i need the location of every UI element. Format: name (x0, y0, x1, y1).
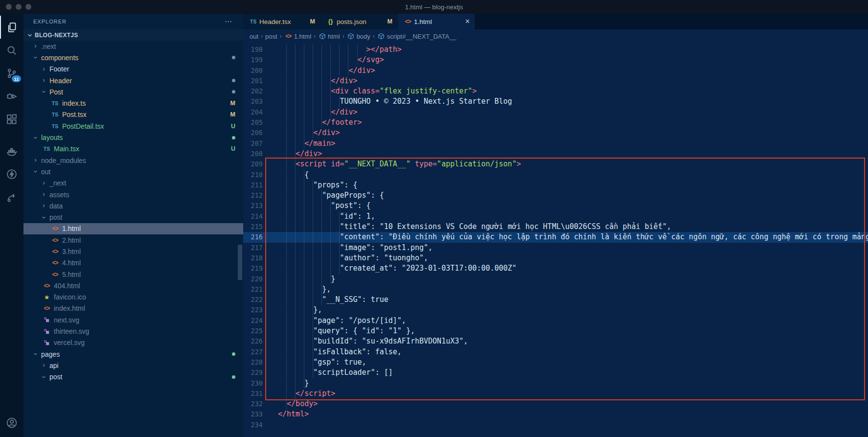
chevron-right-icon (40, 78, 47, 83)
text-token: } (304, 379, 309, 388)
code-line[interactable]: 230} (243, 378, 868, 389)
breadcrumb-item[interactable]: html (318, 33, 340, 40)
code-line[interactable]: 200</div> (243, 66, 868, 76)
code-line[interactable]: 201</div> (243, 76, 868, 86)
tree-item-header[interactable]: Header (23, 75, 243, 86)
tree-item-post.tsx[interactable]: TSPost.tsxM (23, 109, 243, 120)
tree-item-thirteen.svg[interactable]: thirteen.svg (23, 325, 243, 337)
code-line[interactable]: 226"buildId": "su-x9dsAFIrhBVDON1uX3", (243, 336, 868, 346)
tree-item-index.html[interactable]: <>index.html (23, 303, 243, 314)
tree-item-5.html[interactable]: <>5.html (23, 269, 243, 280)
code-line[interactable]: 223}, (243, 305, 868, 315)
code-line[interactable]: 212"pageProps": { (243, 190, 868, 201)
tab-1.html[interactable]: <>1.html× (398, 14, 475, 29)
code-line[interactable]: 205</footer> (243, 117, 868, 128)
code-editor[interactable]: 198></path>199</svg>200</div>201</div>20… (243, 43, 868, 437)
tree-item-assets[interactable]: assets (23, 189, 243, 200)
code-line[interactable]: 216"content": "Điều chính yếu của việc h… (243, 232, 868, 242)
code-line[interactable]: 207</main> (243, 138, 868, 149)
breadcrumb-item[interactable]: post (265, 33, 277, 40)
ts-file-icon: TS (51, 112, 59, 117)
code-line[interactable]: 222"__N_SSG": true (243, 295, 868, 305)
tree-item-postdetail.tsx[interactable]: TSPostDetail.tsxU (23, 120, 243, 132)
code-line[interactable]: 206</div> (243, 128, 868, 138)
tab-posts.json[interactable]: {}posts.jsonM (320, 14, 398, 29)
code-line[interactable]: 234 (243, 420, 868, 430)
tree-item-.next[interactable]: .next (23, 41, 243, 52)
code-line[interactable]: 203TUONGHO • © 2023 • Next.js Starter Bl… (243, 96, 868, 107)
tree-item-main.tsx[interactable]: TSMain.tsxU (23, 143, 243, 155)
sidebar-scrollbar[interactable] (238, 245, 242, 280)
code-line[interactable]: 211"props": { (243, 180, 868, 190)
tree-item-next.svg[interactable]: next.svg (23, 314, 243, 325)
code-line[interactable]: 225"query": { "id": "1" }, (243, 326, 868, 336)
code-line[interactable]: 199</svg> (243, 55, 868, 65)
activity-account-icon[interactable] (0, 411, 23, 434)
code-line[interactable]: 233</html> (243, 409, 868, 419)
code-line[interactable]: 215"title": "10 Extensions VS Code người… (243, 222, 868, 232)
tab-header.tsx[interactable]: TSHeader.tsxM (243, 14, 320, 29)
code-line[interactable]: 204</div> (243, 107, 868, 117)
code-line[interactable]: 220} (243, 274, 868, 284)
tree-item-index.ts[interactable]: TSindex.tsM (23, 97, 243, 109)
tree-item-3.html[interactable]: <>3.html (23, 246, 243, 257)
code-line[interactable]: 209<script id="__NEXT_DATA__" type="appl… (243, 159, 868, 169)
activity-thunder-client-icon[interactable] (0, 162, 23, 185)
breadcrumb-item[interactable]: <>1.html (284, 33, 311, 40)
git-dot-badge (232, 375, 235, 379)
breadcrumb-item[interactable]: body (347, 33, 370, 40)
tree-item-post[interactable]: Post (23, 86, 243, 97)
code-line[interactable]: 221}, (243, 284, 868, 295)
tree-item-label: thirteen.svg (54, 327, 89, 335)
tree-item-node-modules[interactable]: node_modules (23, 155, 243, 166)
tree-item-pages[interactable]: pages (23, 348, 243, 360)
activity-live-share-icon[interactable] (0, 185, 23, 208)
code-line[interactable]: 198></path> (243, 45, 868, 55)
code-line[interactable]: 232</body> (243, 399, 868, 409)
svg-file-icon (43, 340, 51, 346)
tab-label: 1.html (414, 18, 432, 25)
breadcrumb-item[interactable]: out (250, 33, 258, 40)
tree-item-favicon.ico[interactable]: ★favicon.ico (23, 292, 243, 303)
code-line[interactable]: 202<div class="flex justify-center"> (243, 86, 868, 96)
tree-item-404.html[interactable]: <>404.html (23, 280, 243, 291)
code-line[interactable]: 229"scriptLoader": [] (243, 368, 868, 378)
code-line[interactable]: 227"isFallback": false, (243, 347, 868, 357)
tab-close-icon[interactable]: × (465, 18, 470, 25)
git-status-badge: U (231, 145, 235, 152)
code-line[interactable]: 219"created_at": "2023-01-03T17:00:00.00… (243, 263, 868, 274)
activity-extensions-icon[interactable] (0, 108, 23, 131)
line-number: 223 (243, 305, 263, 315)
tree-item-api[interactable]: api (23, 360, 243, 371)
tree-item-components[interactable]: components (23, 52, 243, 63)
tree-item-out[interactable]: out (23, 166, 243, 177)
tree-item-post[interactable]: post (23, 371, 243, 383)
tree-item-post[interactable]: post (23, 211, 243, 223)
code-line[interactable]: 208</div> (243, 149, 868, 159)
code-line[interactable]: 210{ (243, 170, 868, 180)
tree-item-2.html[interactable]: <>2.html (23, 234, 243, 246)
code-line[interactable]: 214"id": 1, (243, 211, 868, 222)
code-line[interactable]: 224"page": "/post/[id]", (243, 316, 868, 326)
tree-item--next[interactable]: _next (23, 178, 243, 189)
tree-item-data[interactable]: data (23, 200, 243, 211)
line-number: 199 (243, 55, 263, 65)
code-line[interactable]: 217"image": "post1.png", (243, 243, 868, 253)
activity-docker-icon[interactable] (0, 139, 23, 162)
code-line[interactable]: 218"author": "tuongho", (243, 253, 868, 263)
workspace-section-header[interactable]: BLOG-NEXTJS (23, 29, 243, 41)
code-line[interactable]: 231</script> (243, 389, 868, 399)
code-line[interactable]: 228"gsp": true, (243, 357, 868, 368)
activity-run-debug-icon[interactable] (0, 85, 23, 108)
tree-item-1.html[interactable]: <>1.html (23, 223, 243, 234)
breadcrumb-item[interactable]: script#__NEXT_DATA__ (377, 33, 457, 40)
code-line[interactable]: 213"post": { (243, 201, 868, 211)
activity-files-icon[interactable] (0, 16, 23, 39)
tree-item-footer[interactable]: Footer (23, 64, 243, 75)
tree-item-4.html[interactable]: <>4.html (23, 257, 243, 269)
activity-search-icon[interactable] (0, 39, 23, 62)
tree-item-vercel.svg[interactable]: vercel.svg (23, 337, 243, 348)
activity-source-control-icon[interactable]: 11 (0, 62, 23, 85)
tree-item-layouts[interactable]: layouts (23, 132, 243, 143)
more-actions-icon[interactable]: ⋯ (225, 17, 232, 26)
